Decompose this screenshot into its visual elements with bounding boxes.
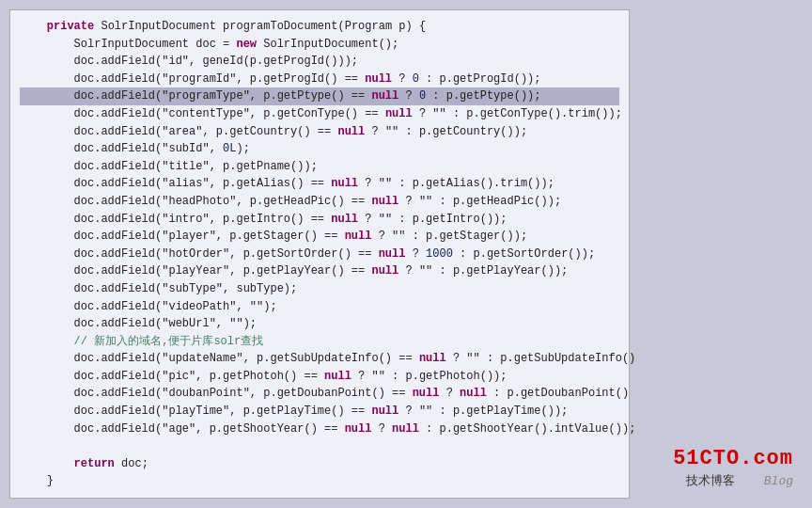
code-line: doc.addField("id", geneId(p.getProgId())…	[20, 53, 619, 71]
code-line: doc.addField("contentType", p.getConType…	[20, 105, 619, 123]
logo-subtitle: 技术博客	[686, 474, 735, 488]
code-line: doc.addField("programType", p.getPtype()…	[20, 87, 619, 105]
code-line: private SolrInputDocument programToDocum…	[20, 18, 619, 36]
logo-top: 51CTO.com	[673, 447, 793, 470]
code-line: doc.addField("subType", subType);	[20, 280, 619, 298]
code-line: doc.addField("videoPath", "");	[20, 298, 619, 316]
code-line: doc.addField("alias", p.getAlias() == nu…	[20, 175, 619, 193]
code-line: // 新加入的域名,便于片库solr查找	[20, 333, 619, 351]
code-block: private SolrInputDocument programToDocum…	[9, 9, 630, 499]
code-line: doc.addField("updateName", p.getSubUpdat…	[20, 350, 619, 368]
code-line: doc.addField("player", p.getStager() == …	[20, 228, 619, 246]
code-line: doc.addField("pic", p.getPhotoh() == nul…	[20, 368, 619, 386]
code-line: doc.addField("intro", p.getIntro() == nu…	[20, 211, 619, 229]
code-line: doc.addField("doubanPoint", p.getDoubanP…	[20, 385, 619, 403]
code-line: doc.addField("area", p.getCountry() == n…	[20, 123, 619, 141]
code-line: SolrInputDocument doc = new SolrInputDoc…	[20, 36, 619, 54]
logo-bottom: 技术博客 Blog	[673, 472, 793, 489]
code-line: doc.addField("playYear", p.getPlayYear()…	[20, 262, 619, 280]
logo-area: 51CTO.com 技术博客 Blog	[673, 447, 793, 489]
code-line: doc.addField("title", p.getPname());	[20, 158, 619, 176]
code-line: }	[20, 472, 619, 490]
code-line: doc.addField("programId", p.getProgId() …	[20, 71, 619, 88]
code-line	[20, 437, 619, 455]
code-line: doc.addField("playTime", p.getPlayTime()…	[20, 403, 619, 421]
code-line: return doc;	[20, 455, 619, 473]
code-line: doc.addField("headPhoto", p.getHeadPic()…	[20, 193, 619, 211]
code-line: doc.addField("age", p.getShootYear() == …	[20, 421, 619, 438]
logo-blog: Blog	[764, 474, 793, 488]
code-line: doc.addField("webUrl", "");	[20, 315, 619, 333]
code-line: doc.addField("subId", 0L);	[20, 140, 619, 158]
code-line: doc.addField("hotOrder", p.getSortOrder(…	[20, 246, 619, 263]
